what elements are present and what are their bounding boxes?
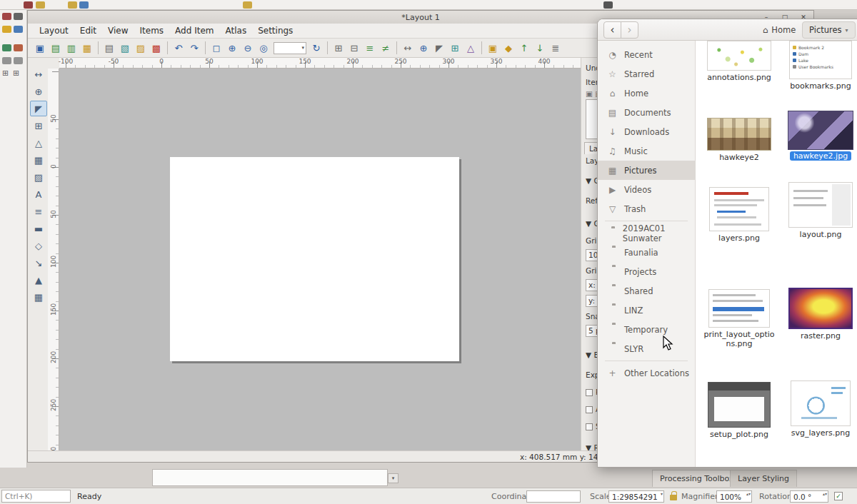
lock-icon[interactable] — [670, 495, 677, 500]
layout-page[interactable] — [170, 157, 459, 361]
file-item-layout[interactable]: layout.png — [783, 182, 857, 239]
sidebar-item-other-locations[interactable]: +Other Locations — [598, 363, 695, 383]
zoom-level-combo[interactable]: ▾ — [274, 42, 306, 54]
menu-add-item[interactable]: Add Item — [169, 24, 219, 37]
export-pdf-icon[interactable]: ▩ — [149, 41, 164, 55]
lock-items-icon[interactable]: ◆ — [501, 41, 516, 55]
tab-layer-styling[interactable]: Layer Styling — [730, 470, 797, 487]
file-thumbnail — [709, 187, 769, 231]
zoom-full-icon[interactable]: ◻ — [209, 41, 224, 55]
file-item-print-layout-options[interactable]: print_layout_options.png — [701, 289, 777, 348]
sidebar-item-pictures[interactable]: ▦Pictures — [598, 161, 695, 180]
add-shape-tool-icon[interactable]: ◇ — [30, 238, 47, 253]
menu-settings[interactable]: Settings — [252, 24, 299, 37]
export-svg-icon[interactable]: ▨ — [134, 41, 148, 55]
sidebar-item-downloads[interactable]: ↓Downloads — [598, 122, 695, 141]
move-content-tool-icon[interactable]: ⊞ — [30, 118, 47, 133]
file-item-layers[interactable]: layers.png — [701, 187, 777, 243]
dock-combo-arrow[interactable]: ▾ — [388, 473, 399, 483]
edit-nodes-icon[interactable]: △ — [463, 41, 478, 55]
locator-input[interactable] — [1, 490, 71, 503]
zoom-in-icon[interactable]: ⊕ — [225, 41, 239, 55]
move-content-icon[interactable]: ⊞ — [448, 41, 462, 55]
sidebar-item-starred[interactable]: ☆Starred — [598, 64, 695, 84]
snap-guides-icon[interactable]: ≠ — [379, 41, 393, 55]
zoom-actual-icon[interactable]: ◎ — [256, 41, 271, 55]
duplicate-layout-icon[interactable]: ▥ — [64, 41, 79, 55]
zoom-tool-icon[interactable]: ⊕ — [30, 84, 47, 99]
toolbar-icon-fragment — [36, 1, 45, 9]
select-move-icon[interactable]: ◤ — [432, 41, 446, 55]
menu-view[interactable]: View — [102, 24, 134, 37]
add-legend-tool-icon[interactable]: ≡ — [30, 203, 47, 219]
snap-grid-icon[interactable]: ⊟ — [347, 41, 361, 55]
menu-atlas[interactable]: Atlas — [219, 24, 252, 37]
pan-icon[interactable]: ↔ — [401, 41, 415, 55]
sidebar-item-shared[interactable]: Shared — [598, 281, 695, 301]
coordinate-input[interactable] — [526, 490, 581, 503]
rotation-spinner[interactable]: 0.0 ° ▴▾ — [790, 490, 828, 503]
render-checkbox[interactable]: ✓ — [834, 492, 843, 500]
show-guides-icon[interactable]: ≡ — [363, 41, 377, 55]
add-picture-tool-icon[interactable]: ▨ — [30, 169, 47, 185]
layout-manager-icon[interactable]: ▦ — [80, 41, 94, 55]
add-label-tool-icon[interactable]: A — [30, 186, 47, 202]
menu-items[interactable]: Items — [134, 24, 170, 37]
group-icon[interactable]: ▣ — [486, 41, 500, 55]
qgis-left-toolbar-fragment: ⊞ ⊞ — [0, 10, 27, 468]
sidebar-item-music[interactable]: ♫Music — [598, 141, 695, 161]
forward-button[interactable]: › — [621, 21, 638, 39]
layout-canvas[interactable] — [59, 69, 581, 452]
file-item-setup-plot[interactable]: setup_plot.png — [701, 382, 777, 439]
sidebar-item-faunalia[interactable]: Faunalia — [598, 243, 695, 262]
sidebar-item-slyr[interactable]: SLYR — [598, 339, 695, 358]
sidebar-item-linz[interactable]: LINZ — [598, 301, 695, 320]
add-scalebar-tool-icon[interactable]: ▬ — [30, 221, 47, 236]
sidebar-item-videos[interactable]: ▶Videos — [598, 180, 695, 199]
path-home-button[interactable]: ⌂ Home — [756, 21, 802, 39]
raise-icon[interactable]: ↑ — [517, 41, 531, 55]
file-item-annotations[interactable]: annotations.png — [701, 41, 777, 82]
add-table-tool-icon[interactable]: ▦ — [30, 289, 47, 305]
scale-combo[interactable]: 1:29854291 ▾ — [608, 490, 664, 503]
sidebar-item-2019ac01-sunwater[interactable]: 2019AC01 Sunwater — [598, 223, 695, 243]
file-item-hawkeye2-jpg[interactable]: hawkeye2.jpg — [783, 111, 857, 161]
undo-icon[interactable]: ↶ — [171, 41, 186, 55]
path-pictures-button[interactable]: Pictures ▾ — [802, 21, 856, 39]
zoom-tool-icon[interactable]: ⊕ — [416, 41, 431, 55]
add-node-item-tool-icon[interactable]: ▲ — [30, 272, 47, 288]
align-icon[interactable]: ≣ — [548, 41, 563, 55]
export-image-icon[interactable]: ▧ — [118, 41, 132, 55]
magnifier-spinner[interactable]: 100% ▴▾ — [716, 490, 752, 503]
zoom-out-icon[interactable]: ⊖ — [241, 41, 255, 55]
file-manager-headerbar[interactable]: ‹ › ⌂ Home Pictures ▾ — [598, 19, 857, 41]
sidebar-item-temporary[interactable]: Temporary — [598, 320, 695, 339]
add-arrow-tool-icon[interactable]: ↘ — [30, 255, 47, 271]
menu-layout[interactable]: Layout — [34, 24, 74, 37]
add-map-tool-icon[interactable]: ▦ — [30, 152, 47, 168]
lower-icon[interactable]: ↓ — [533, 41, 547, 55]
sidebar-item-home[interactable]: ⌂Home — [598, 84, 695, 103]
sidebar-item-recent[interactable]: ◔Recent — [598, 45, 695, 64]
back-button[interactable]: ‹ — [603, 21, 621, 39]
new-layout-icon[interactable]: ▤ — [49, 41, 63, 55]
tab-processing-toolbox[interactable]: Processing Toolbox — [652, 470, 742, 487]
select-move-tool-icon[interactable]: ◤ — [30, 101, 47, 116]
file-item-svg-layers[interactable]: svg_layers.png — [783, 380, 857, 438]
menu-edit[interactable]: Edit — [74, 24, 102, 37]
sidebar-item-documents[interactable]: ▤Documents — [598, 103, 695, 122]
home-icon: ⌂ — [607, 89, 618, 99]
save-icon[interactable]: ▣ — [33, 41, 47, 55]
refresh-icon[interactable]: ↻ — [309, 41, 324, 55]
sidebar-item-projects[interactable]: Projects — [598, 262, 695, 281]
file-item-bookmarks[interactable]: Bookmark 2 Dam Lake User Bookmarks bookm… — [783, 41, 857, 91]
file-item-raster[interactable]: raster.png — [783, 288, 857, 341]
redo-icon[interactable]: ↷ — [187, 41, 201, 55]
file-item-hawkeye2[interactable]: hawkeye2 — [701, 118, 777, 162]
show-grid-icon[interactable]: ⊞ — [331, 41, 346, 55]
sidebar-item-trash[interactable]: ▽Trash — [598, 199, 695, 218]
print-icon[interactable]: ▤ — [102, 41, 116, 55]
chevron-down-icon: ▾ — [661, 491, 663, 496]
edit-nodes-tool-icon[interactable]: △ — [30, 135, 47, 151]
pan-tool-icon[interactable]: ↔ — [30, 66, 47, 82]
